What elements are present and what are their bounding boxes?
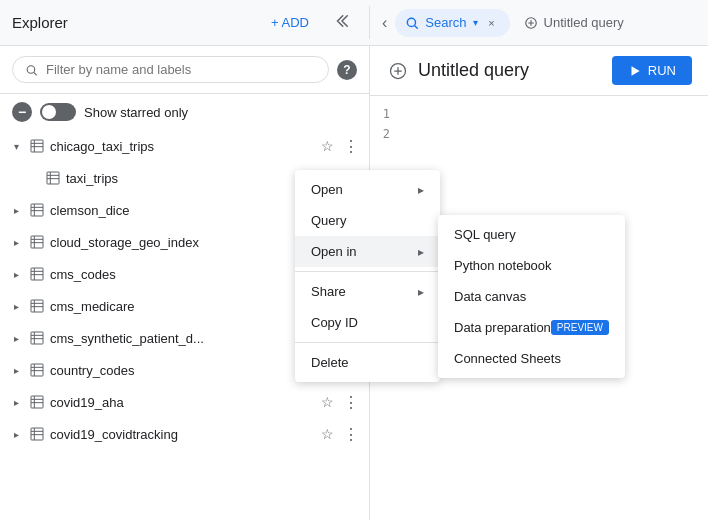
- submenu-python-label: Python notebook: [454, 258, 552, 273]
- menu-item-copy-id[interactable]: Copy ID: [295, 307, 440, 338]
- submenu-arrow-share: ▸: [418, 285, 424, 299]
- menu-share-label: Share: [311, 284, 346, 299]
- preview-badge: PREVIEW: [551, 320, 609, 335]
- context-menu-overlay[interactable]: Open ▸ Query Open in ▸ Share ▸ Copy ID D…: [0, 0, 708, 520]
- menu-delete-label: Delete: [311, 355, 349, 370]
- submenu-arrow-open: ▸: [418, 183, 424, 197]
- submenu-connected-sheets-label: Connected Sheets: [454, 351, 561, 366]
- menu-item-query[interactable]: Query: [295, 205, 440, 236]
- submenu-item-connected-sheets[interactable]: Connected Sheets: [438, 343, 625, 374]
- menu-open-label: Open: [311, 182, 343, 197]
- submenu-data-canvas-label: Data canvas: [454, 289, 526, 304]
- submenu-item-data-preparation[interactable]: Data preparation PREVIEW: [438, 312, 625, 343]
- submenu-item-sql[interactable]: SQL query: [438, 219, 625, 250]
- submenu-data-preparation-label: Data preparation: [454, 320, 551, 335]
- submenu-open-in: SQL query Python notebook Data canvas Da…: [438, 215, 625, 378]
- submenu-item-data-canvas[interactable]: Data canvas: [438, 281, 625, 312]
- context-menu: Open ▸ Query Open in ▸ Share ▸ Copy ID D…: [295, 170, 440, 382]
- menu-item-open-in[interactable]: Open in ▸: [295, 236, 440, 267]
- menu-divider-2: [295, 342, 440, 343]
- menu-copy-id-label: Copy ID: [311, 315, 358, 330]
- menu-divider: [295, 271, 440, 272]
- menu-query-label: Query: [311, 213, 346, 228]
- menu-item-open[interactable]: Open ▸: [295, 174, 440, 205]
- menu-open-in-label: Open in: [311, 244, 357, 259]
- submenu-item-python[interactable]: Python notebook: [438, 250, 625, 281]
- submenu-arrow-open-in: ▸: [418, 245, 424, 259]
- menu-item-share[interactable]: Share ▸: [295, 276, 440, 307]
- submenu-sql-label: SQL query: [454, 227, 516, 242]
- menu-item-delete[interactable]: Delete: [295, 347, 440, 378]
